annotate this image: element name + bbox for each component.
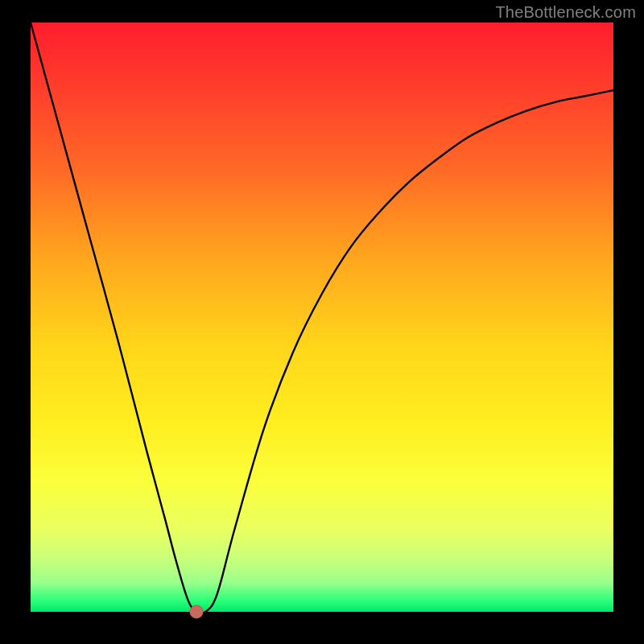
watermark-text: TheBottleneck.com (495, 3, 636, 22)
chart-frame: TheBottleneck.com (0, 0, 644, 644)
bottleneck-curve (31, 23, 613, 612)
optimal-point-marker (190, 605, 204, 619)
plot-area (31, 23, 613, 612)
